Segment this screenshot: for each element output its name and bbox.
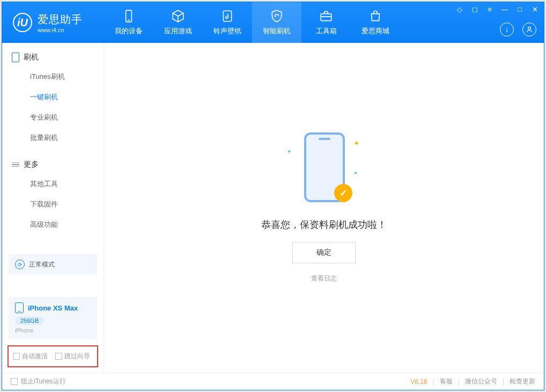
app-window: iU 爱思助手 www.i4.cn 我的设备 应用游戏 铃声壁纸 智能刷机 bbox=[2, 2, 544, 390]
checkbox-icon bbox=[13, 353, 20, 360]
sparkle-icon: ✦ bbox=[353, 139, 360, 147]
checkbox-icon bbox=[11, 378, 18, 385]
checkbox-block-itunes[interactable]: 阻止iTunes运行 bbox=[11, 377, 66, 386]
device-info-card[interactable]: iPhone XS Max 256GB iPhone bbox=[9, 297, 97, 339]
feedback-icon[interactable]: ◻ bbox=[471, 5, 478, 13]
svg-point-4 bbox=[528, 27, 531, 29]
nav-tab-flash[interactable]: 智能刷机 bbox=[252, 2, 301, 43]
app-logo: iU 爱思助手 www.i4.cn bbox=[2, 12, 104, 33]
window-controls: ◇ ◻ ≡ — □ ✕ bbox=[456, 5, 538, 13]
support-link[interactable]: 客服 bbox=[440, 377, 453, 386]
phone-icon bbox=[122, 9, 136, 23]
check-badge-icon: ✓ bbox=[334, 184, 352, 202]
phone-small-icon bbox=[15, 302, 24, 313]
svg-rect-2 bbox=[223, 11, 231, 21]
nav-tab-toolbox[interactable]: 工具箱 bbox=[301, 2, 351, 43]
nav-tab-my-device[interactable]: 我的设备 bbox=[104, 2, 153, 43]
checkbox-icon bbox=[55, 353, 62, 360]
svg-rect-3 bbox=[321, 14, 331, 21]
sidebar-item-oneclick-flash[interactable]: 一键刷机 bbox=[2, 87, 104, 107]
checkbox-auto-activate[interactable]: 自动激活 bbox=[13, 352, 48, 361]
menu-icon[interactable]: ≡ bbox=[486, 5, 493, 13]
sidebar-section-flash: 刷机 bbox=[2, 53, 104, 66]
music-file-icon bbox=[220, 9, 234, 23]
header-right-icons: ↓ bbox=[500, 23, 536, 36]
mode-icon: ⟳ bbox=[15, 260, 25, 269]
app-name-cn: 爱思助手 bbox=[38, 12, 83, 27]
device-name-label: iPhone XS Max bbox=[28, 304, 78, 312]
sidebar-item-download-firmware[interactable]: 下载固件 bbox=[2, 194, 104, 215]
logo-icon: iU bbox=[13, 13, 32, 32]
app-name-en: www.i4.cn bbox=[38, 27, 83, 33]
nav-tab-store[interactable]: 爱思商城 bbox=[351, 2, 400, 43]
main-content: ✦ ✦ ✦ ✓ 恭喜您，保资料刷机成功啦！ 确定 查看日志 bbox=[104, 43, 544, 373]
sidebar-section-more: 更多 bbox=[2, 160, 104, 174]
body-area: 刷机 iTunes刷机 一键刷机 专业刷机 批量刷机 更多 其他工具 下载固件 … bbox=[2, 43, 544, 373]
maximize-icon[interactable]: □ bbox=[516, 5, 523, 13]
shirt-icon[interactable]: ◇ bbox=[456, 5, 463, 13]
shield-refresh-icon bbox=[270, 9, 284, 23]
minimize-icon[interactable]: — bbox=[501, 5, 508, 13]
device-type-label: iPhone bbox=[15, 327, 91, 334]
version-label: V8.16 bbox=[410, 378, 427, 386]
device-mode-card[interactable]: ⟳ 正常模式 bbox=[9, 254, 97, 275]
checkbox-skip-guide[interactable]: 跳过向导 bbox=[55, 352, 90, 361]
wechat-link[interactable]: 微信公众号 bbox=[465, 377, 497, 386]
cube-icon bbox=[171, 9, 185, 23]
view-log-link[interactable]: 查看日志 bbox=[311, 274, 337, 283]
list-icon bbox=[12, 162, 19, 167]
toolbox-icon bbox=[319, 9, 333, 23]
sidebar-item-itunes-flash[interactable]: iTunes刷机 bbox=[2, 66, 104, 87]
sparkle-icon: ✦ bbox=[353, 170, 358, 176]
status-bar: 阻止iTunes运行 V8.16 | 客服 | 微信公众号 | 检查更新 bbox=[2, 373, 544, 390]
nav-tab-ringtone[interactable]: 铃声壁纸 bbox=[203, 2, 252, 43]
bag-icon bbox=[368, 9, 382, 23]
success-message: 恭喜您，保资料刷机成功啦！ bbox=[261, 218, 387, 231]
user-icon[interactable] bbox=[522, 23, 536, 36]
close-icon[interactable]: ✕ bbox=[531, 5, 538, 13]
device-icon bbox=[12, 53, 19, 62]
nav-tabs: 我的设备 应用游戏 铃声壁纸 智能刷机 工具箱 爱思商城 bbox=[104, 2, 400, 43]
sidebar-item-advanced[interactable]: 高级功能 bbox=[2, 215, 104, 235]
sidebar-item-batch-flash[interactable]: 批量刷机 bbox=[2, 128, 104, 148]
title-bar: iU 爱思助手 www.i4.cn 我的设备 应用游戏 铃声壁纸 智能刷机 bbox=[2, 2, 544, 43]
success-illustration: ✦ ✦ ✦ ✓ bbox=[294, 132, 353, 208]
confirm-button[interactable]: 确定 bbox=[292, 242, 356, 263]
download-icon[interactable]: ↓ bbox=[500, 23, 514, 36]
check-update-link[interactable]: 检查更新 bbox=[510, 377, 535, 386]
flash-options-box: 自动激活 跳过向导 bbox=[8, 345, 98, 367]
sidebar-item-other-tools[interactable]: 其他工具 bbox=[2, 174, 104, 194]
sparkle-icon: ✦ bbox=[287, 149, 291, 154]
sidebar-item-pro-flash[interactable]: 专业刷机 bbox=[2, 107, 104, 128]
nav-tab-apps[interactable]: 应用游戏 bbox=[153, 2, 203, 43]
sidebar: 刷机 iTunes刷机 一键刷机 专业刷机 批量刷机 更多 其他工具 下载固件 … bbox=[2, 43, 104, 373]
device-mode-label: 正常模式 bbox=[29, 260, 55, 269]
device-capacity-badge: 256GB bbox=[15, 316, 44, 325]
